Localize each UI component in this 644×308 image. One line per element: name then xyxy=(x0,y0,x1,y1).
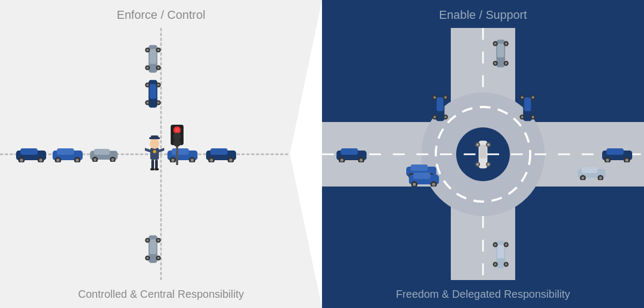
car-left-3 xyxy=(89,147,119,162)
svg-point-47 xyxy=(147,102,149,104)
svg-point-49 xyxy=(157,102,160,104)
svg-rect-69 xyxy=(151,135,158,138)
svg-point-63 xyxy=(175,128,179,132)
svg-point-95 xyxy=(434,116,436,118)
roundabout-car-top xyxy=(493,39,509,68)
svg-rect-79 xyxy=(497,44,504,58)
svg-rect-31 xyxy=(150,49,157,64)
svg-point-9 xyxy=(56,159,60,162)
car-top-1 xyxy=(145,44,161,74)
svg-point-87 xyxy=(505,62,508,65)
svg-line-70 xyxy=(145,149,150,151)
svg-point-137 xyxy=(599,176,602,180)
svg-point-15 xyxy=(93,158,97,161)
svg-rect-89 xyxy=(437,97,444,111)
roundabout-car-leftapproach xyxy=(335,146,368,162)
svg-point-83 xyxy=(505,42,508,45)
svg-line-71 xyxy=(159,149,164,151)
svg-point-81 xyxy=(494,42,497,45)
svg-point-43 xyxy=(147,84,149,87)
svg-rect-111 xyxy=(480,145,487,159)
svg-rect-139 xyxy=(497,245,504,259)
svg-point-35 xyxy=(157,49,160,52)
svg-point-85 xyxy=(494,62,497,65)
svg-point-64 xyxy=(173,133,181,140)
left-bottom-label: Controlled & Central Responsibility xyxy=(0,280,322,308)
svg-point-157 xyxy=(532,116,535,118)
svg-point-39 xyxy=(157,67,160,69)
svg-point-147 xyxy=(505,263,508,266)
right-top-label: Enable / Support xyxy=(322,0,644,28)
svg-point-143 xyxy=(505,243,508,246)
svg-point-103 xyxy=(360,159,363,162)
svg-point-3 xyxy=(20,159,23,162)
svg-point-119 xyxy=(487,163,490,166)
svg-rect-25 xyxy=(210,148,228,155)
right-panel: Enable / Support xyxy=(322,0,644,308)
roundabout-car-bottomleft xyxy=(408,170,440,187)
right-bottom-label: Freedom & Delegated Responsibility xyxy=(322,280,644,308)
roundabout-car-rightexit xyxy=(577,165,606,180)
car-left-1 xyxy=(15,146,47,162)
road-v-dash-bottom xyxy=(482,216,484,281)
svg-rect-127 xyxy=(606,148,624,155)
svg-rect-41 xyxy=(150,84,157,99)
road-v-dash-top xyxy=(482,28,484,92)
svg-point-27 xyxy=(210,159,213,162)
svg-point-113 xyxy=(477,143,479,146)
svg-rect-75 xyxy=(155,168,159,170)
svg-rect-1 xyxy=(20,148,38,155)
svg-point-45 xyxy=(157,84,160,87)
svg-point-123 xyxy=(413,183,416,186)
svg-point-29 xyxy=(229,159,232,162)
car-top-2 xyxy=(145,79,161,109)
svg-point-131 xyxy=(625,159,628,162)
svg-point-23 xyxy=(191,159,194,162)
svg-point-11 xyxy=(76,159,79,162)
svg-point-101 xyxy=(340,159,343,162)
svg-point-65 xyxy=(173,139,181,147)
svg-point-53 xyxy=(147,239,149,242)
car-bottom-1 xyxy=(145,234,161,264)
svg-point-117 xyxy=(477,163,479,166)
left-panel: Enforce / Control xyxy=(0,0,322,308)
roundabout-car-bottomapproach xyxy=(493,240,509,269)
car-right-2 xyxy=(205,146,237,162)
svg-rect-73 xyxy=(155,160,158,169)
svg-point-93 xyxy=(444,96,447,98)
svg-rect-66 xyxy=(150,148,159,160)
svg-point-155 xyxy=(521,116,524,118)
roundabout-car-topright xyxy=(519,92,536,122)
svg-rect-7 xyxy=(57,148,74,155)
svg-rect-149 xyxy=(524,97,531,111)
svg-point-67 xyxy=(150,138,159,149)
left-scene xyxy=(0,28,322,280)
traffic-light xyxy=(166,122,188,165)
roundabout-car-right xyxy=(601,146,633,162)
svg-point-141 xyxy=(494,243,497,246)
roundabout-car-center-white xyxy=(475,140,491,169)
svg-rect-13 xyxy=(94,148,109,154)
svg-point-145 xyxy=(494,263,497,266)
svg-rect-121 xyxy=(413,173,430,179)
svg-point-97 xyxy=(444,116,447,118)
svg-point-91 xyxy=(434,96,436,98)
left-top-label: Enforce / Control xyxy=(0,0,322,28)
svg-point-57 xyxy=(147,257,149,260)
car-left-2 xyxy=(52,146,84,162)
svg-point-33 xyxy=(147,49,149,52)
roundabout-car-topleft xyxy=(432,92,448,122)
svg-point-153 xyxy=(532,96,535,98)
svg-rect-72 xyxy=(151,160,154,169)
svg-point-151 xyxy=(521,96,524,98)
right-scene xyxy=(322,28,644,280)
svg-rect-51 xyxy=(150,239,157,254)
svg-rect-133 xyxy=(582,167,597,173)
svg-point-5 xyxy=(39,159,42,162)
svg-point-129 xyxy=(606,159,609,162)
svg-point-55 xyxy=(157,239,160,242)
svg-point-76 xyxy=(153,150,156,153)
svg-point-125 xyxy=(432,183,435,186)
svg-point-17 xyxy=(111,158,114,161)
svg-point-59 xyxy=(157,257,160,260)
